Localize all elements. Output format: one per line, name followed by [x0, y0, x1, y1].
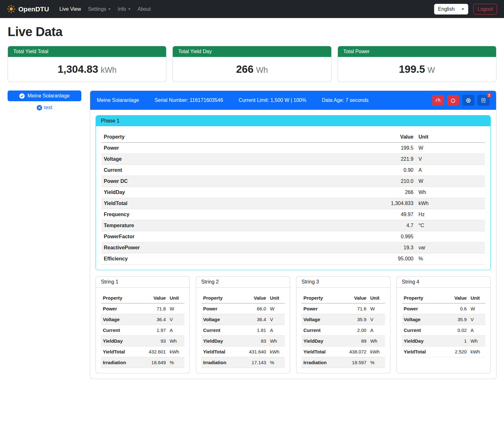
property-cell: Current: [101, 325, 141, 336]
card-unit: Wh: [256, 65, 268, 74]
value-cell: 89: [342, 336, 368, 346]
card-title: Total Yield Total: [8, 46, 166, 57]
unit-cell: var: [416, 242, 485, 253]
unit-cell: A: [469, 325, 485, 336]
table-row: Power DC 210.0 W: [101, 176, 485, 187]
string-4-card: String 4 Property Value Unit: [396, 276, 491, 373]
brand-title: OpenDTU: [18, 5, 49, 13]
col-header-value: Value: [342, 293, 368, 303]
col-header-value: Value: [442, 293, 469, 303]
table-row: Irradiation 18.649 %: [101, 357, 184, 368]
brand-link[interactable]: OpenDTU: [7, 5, 49, 13]
limit-settings-button[interactable]: [432, 95, 444, 106]
journal-icon: [481, 97, 486, 103]
unit-cell: A: [168, 325, 184, 336]
card-value: 199.5: [399, 63, 425, 75]
table-row: Irradiation 18.597 %: [302, 357, 385, 368]
value-cell: 0.02: [442, 325, 469, 336]
table-row: YieldTotal 2.520 kWh: [402, 346, 485, 357]
chevron-down-icon: [108, 9, 111, 10]
col-header-unit: Unit: [469, 293, 485, 303]
table-row: Voltage 36.4 V: [201, 314, 285, 325]
col-header-value: Value: [241, 293, 268, 303]
language-select[interactable]: English: [434, 4, 468, 15]
nav-label: About: [138, 6, 151, 12]
value-cell: 0.995: [362, 231, 416, 242]
col-header-unit: Unit: [168, 293, 184, 303]
col-header-unit: Unit: [368, 293, 385, 303]
property-cell: PowerFactor: [101, 231, 362, 242]
table-row: Power 71.8 W: [101, 303, 184, 314]
property-cell: Power DC: [101, 176, 362, 187]
main-row: Meine Solaranlage test Meine Solaranlage…: [8, 90, 496, 379]
total-power-card: Total Power 199.5W: [338, 46, 496, 82]
sun-logo-icon: [7, 5, 16, 13]
nav-item-info[interactable]: Info: [114, 4, 134, 15]
event-log-button[interactable]: 2: [477, 95, 489, 106]
sidebar-item-test[interactable]: test: [8, 105, 81, 110]
col-header-unit: Unit: [416, 132, 485, 143]
value-cell: 221.9: [362, 154, 416, 165]
unit-cell: V: [268, 314, 285, 325]
value-cell: 1.81: [241, 325, 268, 336]
table-row: Frequency 49.97 Hz: [101, 209, 485, 220]
string-1-card: String 1 Property Value Unit: [96, 276, 190, 373]
property-cell: Power: [101, 303, 141, 314]
value-cell: 35.9: [442, 314, 469, 325]
property-cell: Frequency: [101, 209, 362, 220]
value-cell: 18.649: [141, 357, 168, 368]
unit-cell: %: [416, 253, 485, 265]
value-cell: 4.7: [362, 220, 416, 231]
col-header-property: Property: [101, 293, 141, 303]
property-cell: Power: [302, 303, 342, 314]
property-cell: Irradiation: [201, 357, 241, 368]
table-row: Power 199.5 W: [101, 143, 485, 154]
table-row: ReactivePower 19.3 var: [101, 242, 485, 253]
value-cell: 0.90: [362, 165, 416, 176]
device-info-button[interactable]: [462, 95, 474, 106]
property-cell: Irradiation: [101, 357, 141, 368]
unit-cell: %: [268, 357, 285, 368]
event-count-badge: 2: [487, 93, 492, 98]
string-title: String 4: [397, 277, 490, 288]
table-row: Current 0.90 A: [101, 165, 485, 176]
table-row: Voltage 36.4 V: [101, 314, 184, 325]
table-row: Voltage 35.9 V: [402, 314, 485, 325]
nav-item-about[interactable]: About: [134, 4, 154, 15]
card-value: 1,304.83: [58, 63, 98, 75]
table-row: YieldTotal 431.640 kWh: [201, 346, 285, 357]
string-3-table: Property Value Unit Power: [302, 293, 385, 368]
unit-cell: kWh: [469, 346, 485, 357]
value-cell: 71.8: [141, 303, 168, 314]
property-cell: YieldDay: [101, 187, 362, 198]
inverter-name: Meine Solaranlage: [97, 97, 139, 103]
strings-row: String 1 Property Value Unit: [96, 276, 491, 373]
value-cell: 2.00: [342, 325, 368, 336]
property-cell: Irradiation: [302, 357, 342, 368]
value-cell: 17.143: [241, 357, 268, 368]
col-header-unit: Unit: [268, 293, 285, 303]
power-button[interactable]: [447, 95, 459, 106]
inverter-panel: Meine Solaranlage Serial Number: 1161716…: [90, 90, 496, 379]
value-cell: 1,304.833: [362, 198, 416, 209]
table-row: Power 0.6 W: [402, 303, 485, 314]
unit-cell: W: [416, 143, 485, 154]
value-cell: 18.597: [342, 357, 368, 368]
string-title: String 3: [296, 277, 390, 288]
property-cell: YieldTotal: [101, 198, 362, 209]
value-cell: 431.640: [241, 346, 268, 357]
nav-item-live-view[interactable]: Live View: [56, 4, 84, 15]
table-header-row: Property Value Unit: [201, 293, 285, 303]
table-row: Power 66.0 W: [201, 303, 285, 314]
unit-cell: Wh: [368, 336, 385, 346]
nav-item-settings[interactable]: Settings: [84, 4, 114, 15]
inverter-actions: 2: [432, 95, 489, 106]
table-row: Current 0.02 A: [402, 325, 485, 336]
logout-button[interactable]: Logout: [473, 4, 497, 15]
serial-number: Serial Number: 116171603546: [154, 97, 223, 103]
property-cell: Power: [201, 303, 241, 314]
nav-label: Settings: [88, 6, 106, 12]
property-cell: YieldDay: [101, 336, 141, 346]
inverter-select-button[interactable]: Meine Solaranlage: [8, 90, 81, 101]
string-3-card: String 3 Property Value Unit: [296, 276, 390, 373]
